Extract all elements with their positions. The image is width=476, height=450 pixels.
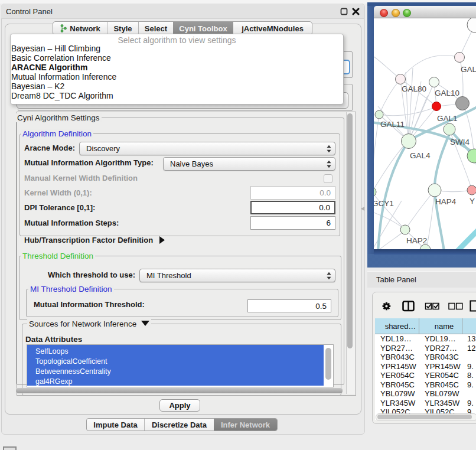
svg-text:HAP2: HAP2 <box>406 236 427 245</box>
svg-text:HAP4: HAP4 <box>435 197 457 206</box>
svg-text:GAL1: GAL1 <box>437 114 458 123</box>
svg-text:GAL2: GAL2 <box>461 65 476 74</box>
svg-text:GCY1: GCY1 <box>374 199 394 208</box>
svg-text:GAL10: GAL10 <box>435 89 459 97</box>
svg-text:GAL80: GAL80 <box>402 84 426 93</box>
svg-text:SWI4: SWI4 <box>450 138 470 146</box>
svg-text:GAL11: GAL11 <box>380 120 405 129</box>
svg-text:GAL4: GAL4 <box>410 151 431 160</box>
svg-text:Y: Y <box>470 197 475 206</box>
